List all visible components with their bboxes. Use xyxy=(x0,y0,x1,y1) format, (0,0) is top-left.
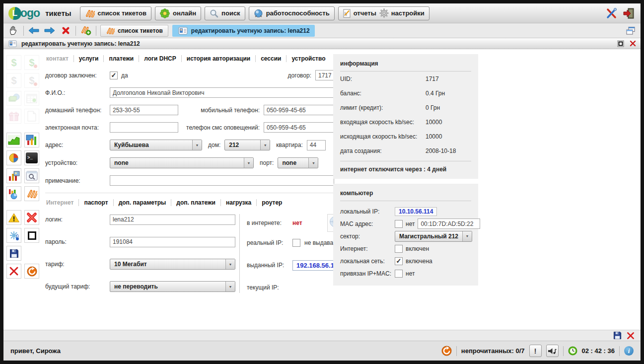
info-row-up-speed: исходящая скорость kb/sec: 10000 xyxy=(340,129,471,144)
tab-auth-history[interactable]: история авторизации xyxy=(182,55,256,62)
session-search-button[interactable] xyxy=(24,168,39,183)
info-button[interactable]: i xyxy=(624,346,634,356)
online-button[interactable]: онлайн xyxy=(155,6,201,20)
cancel-form-button[interactable] xyxy=(627,332,635,340)
note-input[interactable] xyxy=(110,175,334,186)
nav-forward-button[interactable] xyxy=(44,25,56,37)
alerts-button[interactable]: ! xyxy=(529,345,542,357)
black-square-icon xyxy=(27,231,37,240)
info-row-down-speed: входящая скорость kb/sec: 10000 xyxy=(340,115,471,129)
email-input[interactable] xyxy=(110,122,178,133)
home-phone-input[interactable] xyxy=(110,105,178,115)
warning-button[interactable] xyxy=(6,210,21,225)
real-ip-checkbox[interactable]: ✓ xyxy=(292,239,300,247)
email-label: электронная почта: xyxy=(45,124,110,131)
admin-tools-button[interactable] xyxy=(604,6,618,20)
tab-load[interactable]: нагрузка xyxy=(221,199,257,206)
save-account-button[interactable] xyxy=(6,246,21,261)
inner-window-titlebar: редактировать учетную запись: lena212 xyxy=(3,38,641,49)
port-select[interactable]: none ▼ xyxy=(278,157,318,168)
delete-account-button[interactable] xyxy=(6,264,21,279)
online-flower-icon xyxy=(160,8,170,18)
refresh-account-button[interactable] xyxy=(24,264,39,279)
red-x-icon xyxy=(62,26,70,35)
contract-signed-checkbox[interactable]: ✓ xyxy=(110,72,118,79)
ticket-icon xyxy=(26,189,37,198)
contract-number-input[interactable] xyxy=(315,70,334,80)
settings-button[interactable]: настройки xyxy=(379,8,425,18)
tab-router[interactable]: роутер xyxy=(257,199,287,206)
exclamation-icon: ! xyxy=(534,347,537,355)
add-ticket-button[interactable] xyxy=(80,25,92,37)
contract-number-label: договор: xyxy=(288,72,311,79)
tab-device[interactable]: устройство xyxy=(286,55,330,62)
save-form-button[interactable] xyxy=(613,331,622,340)
fio-input[interactable] xyxy=(110,87,334,98)
lan-enabled-checkbox[interactable]: ✓ xyxy=(395,257,403,265)
delete-button[interactable] xyxy=(24,210,39,225)
sound-button[interactable] xyxy=(546,345,559,357)
logout-button[interactable] xyxy=(622,6,636,20)
tab-internet[interactable]: Интернет xyxy=(46,199,79,206)
sector-select[interactable]: Магистральный 212 ▼ xyxy=(395,231,472,242)
ticket-list-button[interactable]: список тикетов xyxy=(80,6,151,20)
tab-passport[interactable]: паспорт xyxy=(79,199,113,206)
usage-chart-button[interactable] xyxy=(6,168,21,183)
house-select-value: 212 xyxy=(225,142,260,148)
document-icon xyxy=(27,111,36,122)
info-value: 2008-10-18 xyxy=(426,147,456,154)
real-ip-row: реальный IP: ✓ не выдавать xyxy=(247,237,345,248)
current-ip-row: текущий IP: xyxy=(247,282,345,293)
user-tickets-button[interactable] xyxy=(24,186,39,201)
pie-report-button[interactable] xyxy=(6,150,21,165)
search-button[interactable]: поиск xyxy=(205,6,245,20)
close-window-button[interactable] xyxy=(629,40,637,48)
tab-sessions[interactable]: сессии xyxy=(256,55,286,62)
terminal-icon: >_ xyxy=(26,152,38,163)
future-tariff-select[interactable]: не переводить ▼ xyxy=(110,281,235,292)
nav-back-button[interactable] xyxy=(28,25,40,37)
traffic-chart-button[interactable] xyxy=(6,133,21,147)
cascade-windows-button[interactable] xyxy=(625,25,637,37)
tab-services[interactable]: услуги xyxy=(74,55,104,62)
frame-view-button[interactable] xyxy=(24,228,39,243)
floppy-icon xyxy=(613,331,622,340)
pan-tool-button[interactable] xyxy=(7,25,19,37)
mobile-phone-input[interactable] xyxy=(264,105,334,115)
password-input[interactable] xyxy=(110,237,235,247)
load-report-button[interactable] xyxy=(6,186,21,201)
tab-edit-account[interactable]: редактировать учетную запись: lena212 xyxy=(172,25,315,37)
tab-contact[interactable]: контакт xyxy=(46,55,74,62)
internet-enabled-checkbox[interactable]: ✓ xyxy=(395,245,403,253)
tab-extra-params[interactable]: доп. параметры xyxy=(114,199,172,206)
stats-chart-button[interactable] xyxy=(24,133,39,147)
freeze-account-button[interactable] xyxy=(6,228,21,243)
sms-phone-input[interactable] xyxy=(264,122,334,133)
street-select[interactable]: Куйбышева ▼ xyxy=(110,140,202,150)
tab-payments[interactable]: платежи xyxy=(104,55,139,62)
login-input[interactable] xyxy=(110,215,235,225)
health-button[interactable]: работоспособность xyxy=(249,6,335,20)
exit-door-icon xyxy=(623,7,635,19)
mac-checkbox[interactable]: ✓ xyxy=(395,220,403,228)
tariff-select[interactable]: 10 Мегабит ▼ xyxy=(110,259,235,270)
refresh-status-button[interactable] xyxy=(441,346,452,356)
cascade-windows-icon xyxy=(626,26,636,35)
apartment-input[interactable] xyxy=(307,140,326,150)
check-icon: ✓ xyxy=(396,258,402,264)
mac-input[interactable] xyxy=(418,218,480,229)
internet-right-column: в интернете: нет реальный IP: xyxy=(240,214,345,293)
console-button[interactable]: >_ xyxy=(24,150,39,165)
maximize-button[interactable] xyxy=(617,40,625,48)
reports-button[interactable]: отчеты xyxy=(343,9,376,18)
close-tab-button[interactable] xyxy=(60,25,72,37)
tab-ticket-list[interactable]: список тикетов xyxy=(100,25,168,37)
tab-dhcp-logs[interactable]: логи DHCP xyxy=(139,55,182,62)
house-select[interactable]: 212 ▼ xyxy=(224,140,270,150)
tab-extra-payments[interactable]: доп. платежи xyxy=(171,199,221,206)
main-content: $ $ $ $ xyxy=(3,49,641,330)
close-icon xyxy=(630,40,636,47)
local-ip-link[interactable]: 10.10.56.114 xyxy=(395,207,437,216)
ip-mac-bind-checkbox[interactable]: ✓ xyxy=(395,270,403,278)
device-select[interactable]: none ▼ xyxy=(110,157,254,168)
